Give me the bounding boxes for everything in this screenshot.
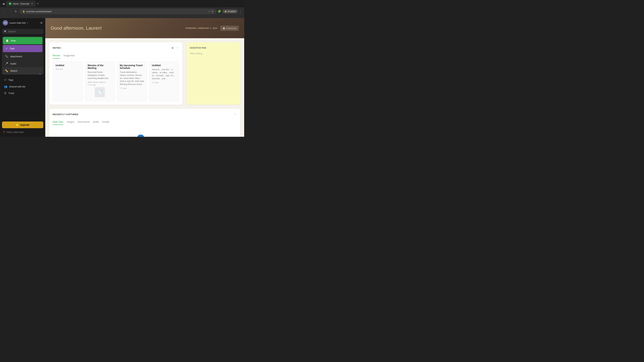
user-chevron-icon: ▾	[27, 22, 28, 24]
tab-emails[interactable]: Emails	[102, 119, 109, 125]
note-mentions: @john @jane @grace	[88, 81, 112, 83]
note-timestamp: Just now	[56, 68, 80, 70]
sidebar-nav: 🏷 Tags 👥 Shared with Me 🗑 Trash	[0, 75, 45, 119]
incognito-button[interactable]: 🕵 Incognito	[222, 9, 238, 13]
new-note-item[interactable]: 📋 Note	[3, 37, 42, 44]
back-button[interactable]: ←	[2, 9, 8, 13]
search-bar[interactable]: 🔍 Search	[2, 29, 43, 34]
bookmark-icon[interactable]: ☆	[208, 10, 210, 13]
settings-icon[interactable]: ⚙	[40, 21, 42, 24]
notes-widget-header: NOTES › ⊕ ···	[53, 45, 179, 50]
note-body: Travel destinations: Alaska, America, De…	[120, 71, 144, 86]
tags-icon: 🏷	[4, 78, 7, 81]
tab-favicon: 🐘	[9, 2, 12, 5]
widgets-row: NOTES › ⊕ ··· Recent Suggested	[49, 42, 240, 105]
reader-mode-icon[interactable]: ⊡	[212, 10, 214, 13]
sidebar-footer: ⭐ Upgrade ❓ Need a little help?	[0, 119, 45, 137]
tab-bar: ◀ 🐘 Home - Evernote ✕ +	[0, 0, 244, 7]
date-display: THURSDAY, FEBRUARY 1, 2024	[185, 27, 217, 29]
trash-icon: 🗑	[4, 92, 7, 95]
scratch-pad-content[interactable]: Start writing...	[190, 52, 237, 55]
content-area: NOTES › ⊕ ··· Recent Suggested	[45, 38, 244, 137]
help-link[interactable]: ❓ Need a little help?	[2, 130, 43, 135]
new-audio-label: Audio	[10, 62, 16, 65]
note-title: Untitled	[152, 64, 176, 67]
scratch-pad-widget: SCRATCH PAD ··· Start writing...	[186, 42, 240, 105]
avatar: LD	[3, 20, 8, 25]
notes-widget: NOTES › ⊕ ··· Recent Suggested	[49, 42, 182, 105]
captured-empty-state: 👤 ⭐	[53, 128, 237, 137]
customize-icon: 🏠	[222, 27, 225, 29]
new-note-label: Note	[11, 39, 16, 42]
tab-web-clips[interactable]: Web Clips	[53, 119, 64, 125]
upgrade-label: Upgrade	[20, 123, 30, 126]
recently-captured-header: RECENTLY CAPTURED ···	[53, 112, 237, 116]
note-card[interactable]: Untitled Just now	[53, 61, 83, 101]
notes-chevron-icon: ›	[61, 46, 62, 49]
note-card[interactable]: Minutes of the Meeting Recorded Points: …	[85, 61, 115, 101]
username-label: Lauren Dale Deli	[10, 22, 26, 24]
active-tab[interactable]: 🐘 Home - Evernote ✕	[6, 1, 36, 7]
main-content: Good afternoon, Lauren! THURSDAY, FEBRUA…	[45, 18, 244, 137]
note-card[interactable]: Untitled About th... Use this ... a cent…	[149, 61, 179, 101]
shared-label: Shared with Me	[9, 85, 25, 88]
sidebar-item-shared[interactable]: 👥 Shared with Me	[1, 83, 44, 90]
user-info[interactable]: LD Lauren Dale Deli ▾	[3, 20, 28, 25]
recently-captured-more-button[interactable]: ···	[233, 112, 237, 116]
new-attachment-item[interactable]: 📎 Attachment	[2, 53, 43, 60]
note-icon: 📋	[6, 39, 9, 42]
scratch-pad-placeholder: Start writing...	[190, 52, 204, 55]
tab-audio[interactable]: Audio	[93, 119, 99, 125]
address-bar[interactable]: 🔒 evernote.com/client/web#/ ☆ ⊡	[20, 9, 216, 14]
note-title: Minutes of the Meeting	[88, 64, 112, 69]
reload-button[interactable]: ↻	[14, 9, 18, 14]
tab-recent[interactable]: Recent	[53, 53, 60, 58]
greeting-text: Good afternoon, Lauren!	[51, 25, 102, 31]
note-timestamp: 1 hr ago	[120, 87, 144, 89]
tab-documents[interactable]: Documents	[78, 119, 90, 125]
note-thumbnail: 📄	[95, 87, 105, 97]
browser-toolbar: ← → ↻ 🔒 evernote.com/client/web#/ ☆ ⊡ 🧩 …	[0, 7, 244, 15]
tab-images[interactable]: Images	[67, 119, 74, 125]
app-layout: LD Lauren Dale Deli ▾ ⚙ 🔍 Search 📋 Note …	[0, 18, 244, 137]
new-attachment-label: Attachment	[10, 55, 22, 58]
customize-button[interactable]: 🏠 Customize	[220, 26, 239, 31]
tab-close-button[interactable]: ✕	[31, 2, 33, 5]
note-timestamp: 1 min ago	[88, 84, 112, 86]
forward-button[interactable]: →	[8, 9, 13, 13]
search-icon: 🔍	[4, 30, 7, 33]
captured-tabs: Web Clips Images Documents Audio Emails	[53, 119, 237, 125]
sidebar: LD Lauren Dale Deli ▾ ⚙ 🔍 Search 📋 Note …	[0, 18, 45, 137]
tab-suggested[interactable]: Suggested	[64, 53, 75, 58]
new-sketch-item[interactable]: ✏️ Sketch ↖	[2, 67, 43, 74]
upgrade-button[interactable]: ⭐ Upgrade	[2, 121, 43, 128]
sidebar-item-tags[interactable]: 🏷 Tags	[1, 77, 44, 83]
browser-menu-button[interactable]: ⋮	[239, 9, 242, 13]
toolbar-actions: 🧩 🕵 Incognito ⋮	[218, 9, 242, 13]
empty-state-illustration: 👤 ⭐	[134, 134, 156, 137]
note-card[interactable]: My Upcoming Travel Schedule Travel desti…	[117, 61, 147, 101]
help-icon: ❓	[3, 131, 5, 133]
notes-add-button[interactable]: ⊕	[171, 45, 174, 50]
extensions-icon[interactable]: 🧩	[218, 10, 221, 13]
sidebar-item-trash[interactable]: 🗑 Trash	[1, 90, 44, 96]
notes-more-button[interactable]: ···	[176, 46, 179, 50]
home-banner: Good afternoon, Lauren! THURSDAY, FEBRUA…	[45, 18, 244, 38]
search-placeholder: Search	[8, 30, 16, 33]
scratch-pad-more-button[interactable]: ···	[233, 45, 237, 50]
note-timestamp: 1 hr ago	[152, 81, 176, 83]
url-text: evernote.com/client/web#/	[26, 10, 206, 13]
notes-widget-actions: ⊕ ···	[171, 45, 179, 50]
incognito-label: Incognito	[228, 10, 236, 12]
new-audio-item[interactable]: 🎤 Audio	[2, 60, 43, 67]
notes-widget-title[interactable]: NOTES ›	[53, 46, 62, 49]
new-tab-button[interactable]: +	[36, 1, 40, 6]
help-label: Need a little help?	[7, 131, 24, 133]
banner-right: THURSDAY, FEBRUARY 1, 2024 🏠 Customize	[185, 26, 239, 31]
new-task-item[interactable]: ✓ Task	[3, 45, 42, 52]
scratch-pad-title: SCRATCH PAD	[190, 46, 206, 49]
back-nav-icon[interactable]: ◀	[1, 1, 5, 6]
browser-chrome: ◀ 🐘 Home - Evernote ✕ + ← → ↻ 🔒 evernote…	[0, 0, 244, 18]
incognito-icon: 🕵	[224, 10, 227, 12]
attachment-icon: 📎	[5, 55, 8, 58]
